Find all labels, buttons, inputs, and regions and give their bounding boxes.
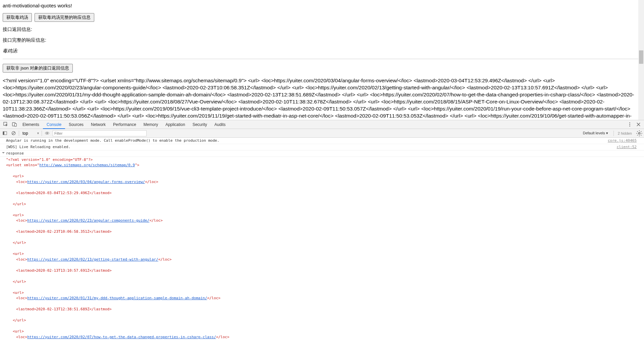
devtools-tabs: Elements Console Sources Network Perform… xyxy=(0,120,644,129)
tab-elements[interactable]: Elements xyxy=(19,120,43,129)
console-body[interactable]: Angular is running in the development mo… xyxy=(0,138,644,355)
source-link[interactable]: client:52 xyxy=(616,144,637,150)
get-quote-button[interactable]: 获取毒鸡汤 xyxy=(3,13,32,22)
svg-rect-2 xyxy=(14,124,16,126)
inspect-icon[interactable] xyxy=(1,120,10,129)
sidebar-toggle-icon[interactable] xyxy=(1,130,8,137)
console-expanded-object[interactable]: response xyxy=(0,150,644,157)
device-icon[interactable] xyxy=(10,120,19,129)
devtools-panel: Elements Console Sources Network Perform… xyxy=(0,120,644,355)
quote-label: 毒鸡汤: xyxy=(3,48,641,54)
close-icon[interactable] xyxy=(634,120,643,129)
button-row-2: 获取非 json 对象的接口返回信息 xyxy=(3,64,641,73)
eye-icon[interactable] xyxy=(44,130,51,137)
svg-line-9 xyxy=(12,132,14,134)
console-toolbar: top ▼ Default levels ▾ 2 hidden xyxy=(0,129,644,138)
clear-console-icon[interactable] xyxy=(10,130,17,137)
svg-point-12 xyxy=(639,132,640,134)
console-message: Angular is running in the development mo… xyxy=(0,138,644,144)
tab-console[interactable]: Console xyxy=(43,120,65,129)
tab-application[interactable]: Application xyxy=(162,120,189,129)
button-row: 获取毒鸡汤 获取毒鸡汤完整的响应信息 xyxy=(3,13,641,22)
tab-performance[interactable]: Performance xyxy=(109,120,140,129)
get-nonjson-button[interactable]: 获取非 json 对象的接口返回信息 xyxy=(3,64,73,73)
svg-point-5 xyxy=(629,126,630,126)
context-selector[interactable]: top xyxy=(21,131,35,136)
filter-input[interactable] xyxy=(53,130,147,136)
divider xyxy=(3,59,641,59)
full-response-label: 接口完整的响应信息: xyxy=(3,37,641,43)
tab-memory[interactable]: Memory xyxy=(140,120,162,129)
tab-security[interactable]: Security xyxy=(189,120,211,129)
page-scrollbar[interactable] xyxy=(638,0,644,120)
tab-audits[interactable]: Audits xyxy=(211,120,229,129)
console-xml-tree: "<?xml version="1.0" encoding="UTF-8"?><… xyxy=(0,157,644,344)
source-link[interactable]: core.js:40465 xyxy=(608,138,637,143)
response-label: 接口返回信息: xyxy=(3,27,641,33)
tab-network[interactable]: Network xyxy=(87,120,109,129)
scrollbar-thumb[interactable] xyxy=(639,50,643,64)
page-title: anti-motivational-quotes works! xyxy=(3,3,641,8)
svg-rect-7 xyxy=(3,132,4,135)
app-page: anti-motivational-quotes works! 获取毒鸡汤 获取… xyxy=(0,0,644,120)
xml-body-text: <?xml version="1.0" encoding="UTF-8"?> <… xyxy=(3,77,641,120)
svg-point-4 xyxy=(629,124,630,125)
svg-point-3 xyxy=(629,123,630,123)
console-message: [WDS] Live Reloading enabled. client:52 xyxy=(0,144,644,150)
tab-sources[interactable]: Sources xyxy=(65,120,87,129)
log-levels-dropdown[interactable]: Default levels ▾ xyxy=(580,131,611,135)
gear-icon[interactable] xyxy=(636,130,643,137)
svg-point-11 xyxy=(47,133,48,134)
kebab-icon[interactable] xyxy=(625,120,634,129)
get-quote-full-button[interactable]: 获取毒鸡汤完整的响应信息 xyxy=(35,13,94,22)
hidden-count: 2 hidden xyxy=(616,131,634,135)
